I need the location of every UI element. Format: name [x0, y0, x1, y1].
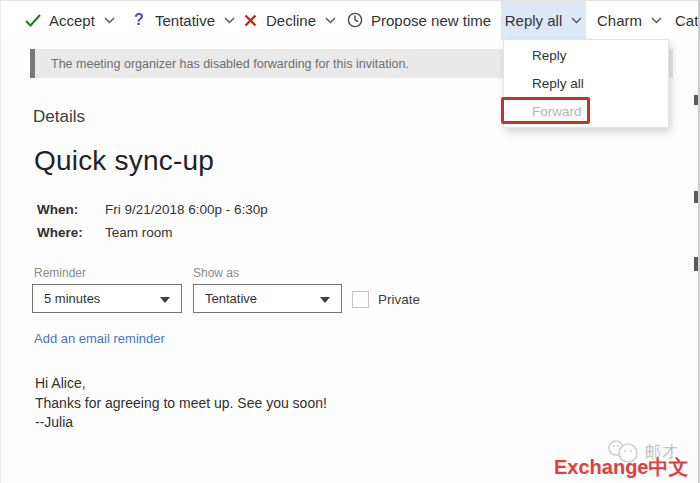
question-icon: ? [131, 11, 147, 29]
meeting-title: Quick sync-up [34, 145, 214, 177]
chevron-down-icon [224, 17, 235, 24]
banner-accent-bar [30, 49, 35, 78]
where-label: Where: [37, 225, 83, 240]
tentative-button[interactable]: ? Tentative [131, 1, 235, 39]
scrollbar-fragment [694, 95, 698, 105]
decline-label: Decline [266, 12, 316, 29]
watermark-site-text: Exchange中文站 [554, 454, 698, 483]
caret-down-icon [320, 297, 330, 303]
meeting-invitation-window: Accept ? Tentative Decline P [0, 0, 700, 483]
scrollbar-fragment [694, 191, 698, 203]
reminder-label: Reminder [34, 266, 86, 280]
private-label: Private [378, 292, 420, 307]
message-body: Hi Alice, Thanks for agreeing to meet up… [35, 374, 327, 433]
menu-item-reply-all[interactable]: Reply all [504, 70, 668, 98]
charm-button[interactable]: Charm [597, 1, 662, 39]
checkmark-icon [25, 14, 41, 27]
when-value: Fri 9/21/2018 6:00p - 6:30p [105, 202, 268, 217]
details-section-title: Details [33, 107, 85, 127]
tentative-label: Tentative [155, 12, 215, 29]
reminder-value: 5 minutes [44, 291, 100, 306]
reply-all-label: Reply all [505, 12, 563, 29]
add-email-reminder-link[interactable]: Add an email reminder [34, 331, 165, 346]
banner-text: The meeting organizer has disabled forwa… [51, 57, 409, 71]
menu-item-forward: Forward [504, 98, 668, 126]
menu-item-reply[interactable]: Reply [504, 42, 668, 70]
decline-button[interactable]: Decline [242, 1, 336, 39]
where-value: Team room [105, 225, 173, 240]
chevron-down-icon [651, 17, 662, 24]
x-icon [242, 14, 258, 27]
reply-all-dropdown-menu: Reply Reply all Forward [503, 39, 669, 128]
show-as-value: Tentative [205, 291, 257, 306]
toolbar: Accept ? Tentative Decline P [1, 1, 700, 39]
where-row: Where: Team room [37, 225, 83, 240]
scrollbar-fragment [694, 257, 698, 271]
caret-down-icon [160, 297, 170, 303]
show-as-label: Show as [193, 266, 239, 280]
propose-new-time-button[interactable]: Propose new time [347, 1, 511, 39]
categorize-button[interactable]: Cate [675, 1, 700, 39]
propose-new-time-label: Propose new time [371, 12, 491, 29]
accept-label: Accept [49, 12, 95, 29]
show-as-select[interactable]: Tentative [193, 284, 342, 313]
when-label: When: [37, 202, 78, 217]
private-checkbox[interactable] [352, 291, 369, 308]
message-line: Hi Alice, [35, 374, 327, 394]
message-line: --Julia [35, 413, 327, 433]
chevron-down-icon [104, 17, 115, 24]
chevron-down-icon [325, 17, 336, 24]
chevron-down-icon [571, 17, 582, 24]
when-row: When: Fri 9/21/2018 6:00p - 6:30p [37, 202, 78, 217]
clock-icon [347, 12, 363, 28]
accept-button[interactable]: Accept [25, 1, 115, 39]
reminder-select[interactable]: 5 minutes [32, 284, 182, 313]
charm-label: Charm [597, 12, 642, 29]
categorize-label: Cate [675, 12, 700, 29]
message-line: Thanks for agreeing to meet up. See you … [35, 394, 327, 414]
reply-all-button[interactable]: Reply all [501, 1, 586, 39]
